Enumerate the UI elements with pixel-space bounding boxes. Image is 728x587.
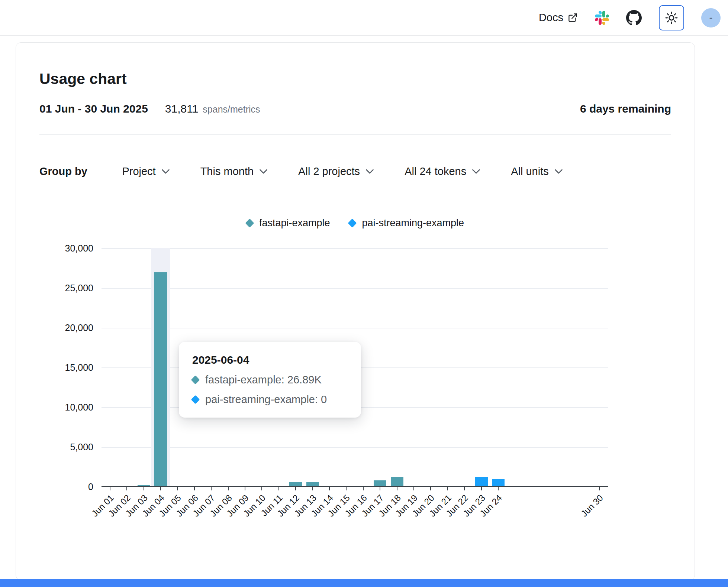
- chart-tooltip: 2025-06-04 fastapi-example: 26.89Kpai-st…: [179, 342, 361, 418]
- x-axis-tick: [245, 487, 245, 490]
- usage-bar-chart: 2025-06-04 fastapi-example: 26.89Kpai-st…: [102, 248, 608, 487]
- x-axis-tick: [380, 487, 380, 490]
- github-icon[interactable]: [626, 10, 642, 26]
- filter-dropdown-4[interactable]: All units: [511, 165, 563, 178]
- y-axis-label: 10,000: [65, 402, 93, 413]
- bottom-strip: [0, 579, 728, 587]
- topbar: Docs -: [0, 0, 728, 36]
- x-axis-tick: [346, 487, 347, 490]
- docs-label: Docs: [539, 12, 563, 24]
- chart-bar[interactable]: [475, 477, 488, 486]
- chevron-down-icon: [554, 169, 563, 174]
- x-axis-tick: [329, 487, 330, 490]
- usage-unit: spans/metrics: [203, 104, 260, 115]
- x-axis-label: Jun 30: [572, 493, 606, 526]
- dropdown-label: All 2 projects: [298, 165, 360, 178]
- dropdown-label: Project: [122, 165, 155, 178]
- sun-icon: [665, 11, 678, 25]
- x-axis-tick: [295, 487, 296, 490]
- vertical-divider: [101, 156, 102, 186]
- chart-legend: fastapi-examplepai-streaming-example: [39, 217, 671, 229]
- slack-icon[interactable]: [595, 11, 609, 25]
- x-axis-tick: [110, 487, 110, 490]
- x-axis-tick: [447, 487, 448, 490]
- filter-dropdown-2[interactable]: All 2 projects: [298, 165, 374, 178]
- horizontal-divider: [39, 134, 671, 135]
- chart-bar[interactable]: [154, 272, 167, 486]
- tooltip-diamond-icon: [191, 395, 200, 404]
- x-axis-tick: [464, 487, 465, 490]
- usage-count: 31,811: [165, 103, 199, 115]
- page-title: Usage chart: [39, 70, 671, 88]
- y-axis-label: 15,000: [65, 362, 93, 373]
- x-axis-tick: [194, 487, 195, 490]
- y-axis-label: 25,000: [65, 283, 93, 294]
- x-axis-tick: [177, 487, 178, 490]
- x-axis-tick: [599, 487, 600, 490]
- chevron-down-icon: [365, 169, 374, 174]
- gridline: [102, 328, 608, 328]
- dropdown-label: This month: [200, 165, 254, 178]
- x-axis-tick: [413, 487, 414, 490]
- filter-row: Group by ProjectThis monthAll 2 projects…: [39, 156, 671, 186]
- chart-bar[interactable]: [492, 479, 505, 486]
- tooltip-diamond-icon: [191, 375, 200, 384]
- x-axis-tick: [430, 487, 431, 490]
- filter-dropdowns: ProjectThis monthAll 2 projectsAll 24 to…: [122, 165, 563, 178]
- tooltip-row: pai-streaming-example: 0: [192, 393, 348, 406]
- legend-label: pai-streaming-example: [362, 217, 464, 229]
- legend-diamond-icon: [348, 218, 357, 227]
- chart-bar[interactable]: [374, 480, 386, 486]
- gridline: [102, 288, 608, 289]
- x-axis-tick: [160, 487, 161, 490]
- legend-item[interactable]: pai-streaming-example: [349, 217, 464, 229]
- dropdown-label: All units: [511, 165, 549, 178]
- x-axis-tick: [481, 487, 482, 490]
- x-axis-tick: [278, 487, 279, 490]
- tooltip-text: fastapi-example: 26.89K: [205, 374, 322, 386]
- x-axis-tick: [397, 487, 397, 490]
- docs-link[interactable]: Docs: [539, 12, 578, 24]
- chart-bar[interactable]: [289, 482, 302, 486]
- tooltip-row: fastapi-example: 26.89K: [192, 374, 348, 386]
- y-axis-label: 30,000: [65, 243, 93, 254]
- days-remaining: 6 days remaining: [580, 103, 671, 115]
- chart-bar[interactable]: [138, 485, 150, 486]
- legend-diamond-icon: [245, 218, 254, 227]
- tooltip-rows: fastapi-example: 26.89Kpai-streaming-exa…: [192, 374, 348, 406]
- legend-item[interactable]: fastapi-example: [247, 217, 330, 229]
- tooltip-title: 2025-06-04: [192, 354, 348, 366]
- usage-meta-row: 01 Jun - 30 Jun 2025 31,811 spans/metric…: [39, 103, 671, 115]
- legend-label: fastapi-example: [259, 217, 330, 229]
- chevron-down-icon: [259, 169, 268, 174]
- x-axis-tick: [144, 487, 144, 490]
- external-link-icon: [568, 13, 578, 23]
- x-axis-tick: [126, 487, 127, 490]
- group-by-label: Group by: [39, 165, 87, 178]
- x-axis-tick: [228, 487, 229, 490]
- avatar[interactable]: -: [701, 8, 721, 27]
- chevron-down-icon: [161, 169, 170, 174]
- usage-card: Usage chart 01 Jun - 30 Jun 2025 31,811 …: [16, 42, 695, 580]
- x-axis-tick: [211, 487, 212, 490]
- dropdown-label: All 24 tokens: [405, 165, 466, 178]
- filter-dropdown-1[interactable]: This month: [200, 165, 268, 178]
- x-axis-tick: [312, 487, 313, 490]
- y-axis-label: 0: [88, 481, 93, 492]
- filter-dropdown-0[interactable]: Project: [122, 165, 170, 178]
- x-axis-tick: [498, 487, 499, 490]
- chart-bar[interactable]: [306, 482, 319, 486]
- y-axis-label: 5,000: [70, 442, 93, 453]
- theme-toggle-button[interactable]: [659, 5, 684, 30]
- chart-bar[interactable]: [391, 477, 403, 486]
- y-axis-label: 20,000: [65, 322, 93, 333]
- date-range: 01 Jun - 30 Jun 2025: [39, 103, 148, 115]
- x-axis-tick: [363, 487, 364, 490]
- chevron-down-icon: [472, 169, 480, 174]
- gridline: [102, 447, 608, 448]
- gridline: [102, 248, 608, 249]
- tooltip-text: pai-streaming-example: 0: [205, 393, 327, 406]
- x-axis-tick: [261, 487, 262, 490]
- filter-dropdown-3[interactable]: All 24 tokens: [405, 165, 480, 178]
